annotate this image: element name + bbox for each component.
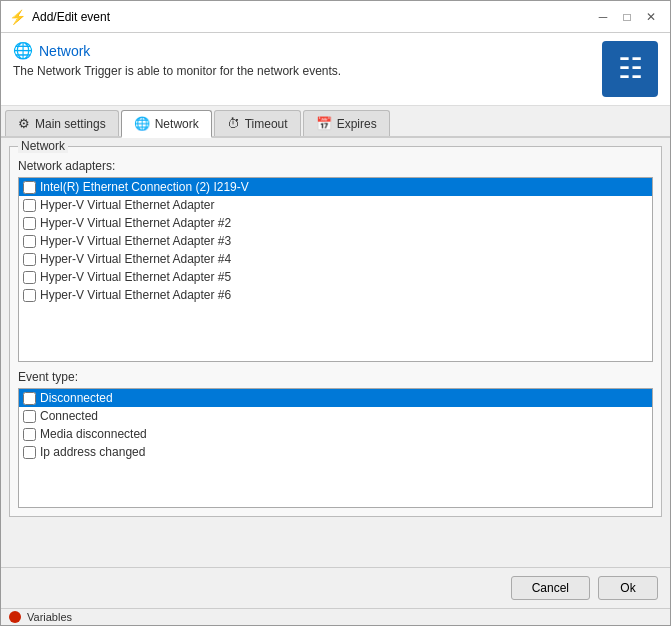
adapters-label: Network adapters: <box>18 159 653 173</box>
event-checkbox-3[interactable] <box>23 446 36 459</box>
adapter-item-3[interactable]: Hyper-V Virtual Ethernet Adapter #3 <box>19 232 652 250</box>
adapter-label-2: Hyper-V Virtual Ethernet Adapter #2 <box>40 216 231 230</box>
title-bar: ⚡ Add/Edit event ─ □ ✕ <box>1 1 670 33</box>
adapter-label-3: Hyper-V Virtual Ethernet Adapter #3 <box>40 234 231 248</box>
window-title: Add/Edit event <box>32 10 110 24</box>
event-type-label: Event type: <box>18 370 653 384</box>
tab-network-label: Network <box>155 117 199 131</box>
event-item-1[interactable]: Connected <box>19 407 652 425</box>
network-group: Network Network adapters: Intel(R) Ether… <box>9 146 662 517</box>
tabs-bar: ⚙ Main settings 🌐 Network ⏱ Timeout 📅 Ex… <box>1 106 670 138</box>
adapter-item-5[interactable]: Hyper-V Virtual Ethernet Adapter #5 <box>19 268 652 286</box>
event-checkbox-0[interactable] <box>23 392 36 405</box>
footer: Cancel Ok <box>1 567 670 608</box>
adapter-label-6: Hyper-V Virtual Ethernet Adapter #6 <box>40 288 231 302</box>
tab-expires-icon: 📅 <box>316 116 332 131</box>
adapter-item-2[interactable]: Hyper-V Virtual Ethernet Adapter #2 <box>19 214 652 232</box>
minimize-button[interactable]: ─ <box>592 6 614 28</box>
ok-button[interactable]: Ok <box>598 576 658 600</box>
event-label-3: Ip address changed <box>40 445 145 459</box>
tab-main-settings[interactable]: ⚙ Main settings <box>5 110 119 136</box>
event-item-3[interactable]: Ip address changed <box>19 443 652 461</box>
header-icon-box: ☷ <box>602 41 658 97</box>
event-checkbox-2[interactable] <box>23 428 36 441</box>
status-bar: Variables <box>1 608 670 625</box>
event-label-1: Connected <box>40 409 98 423</box>
adapter-item-0[interactable]: Intel(R) Ethernet Connection (2) I219-V <box>19 178 652 196</box>
event-label-2: Media disconnected <box>40 427 147 441</box>
maximize-button[interactable]: □ <box>616 6 638 28</box>
tab-expires-label: Expires <box>337 117 377 131</box>
header-title-row: 🌐 Network <box>13 41 341 60</box>
main-window: ⚡ Add/Edit event ─ □ ✕ 🌐 Network The Net… <box>0 0 671 626</box>
event-type-section: Event type: DisconnectedConnectedMedia d… <box>18 370 653 508</box>
event-label-0: Disconnected <box>40 391 113 405</box>
adapter-label-1: Hyper-V Virtual Ethernet Adapter <box>40 198 215 212</box>
header-title-text: Network <box>39 43 90 59</box>
tab-network-icon: 🌐 <box>134 116 150 131</box>
header-left: 🌐 Network The Network Trigger is able to… <box>13 41 341 78</box>
tab-timeout-icon: ⏱ <box>227 116 240 131</box>
network-group-label: Network <box>18 139 68 153</box>
adapter-item-1[interactable]: Hyper-V Virtual Ethernet Adapter <box>19 196 652 214</box>
header-description: The Network Trigger is able to monitor f… <box>13 64 341 78</box>
header-network-icon: 🌐 <box>13 41 33 60</box>
tab-network[interactable]: 🌐 Network <box>121 110 212 138</box>
tab-timeout[interactable]: ⏱ Timeout <box>214 110 301 136</box>
adapter-label-0: Intel(R) Ethernet Connection (2) I219-V <box>40 180 249 194</box>
status-label: Variables <box>27 611 72 623</box>
adapter-checkbox-1[interactable] <box>23 199 36 212</box>
window-icon: ⚡ <box>9 9 26 25</box>
adapter-checkbox-2[interactable] <box>23 217 36 230</box>
event-checkbox-1[interactable] <box>23 410 36 423</box>
tab-main-settings-label: Main settings <box>35 117 106 131</box>
tab-timeout-label: Timeout <box>245 117 288 131</box>
doc-icon: ☷ <box>618 55 643 83</box>
header-section: 🌐 Network The Network Trigger is able to… <box>1 33 670 106</box>
event-types-list[interactable]: DisconnectedConnectedMedia disconnectedI… <box>18 388 653 508</box>
adapter-item-4[interactable]: Hyper-V Virtual Ethernet Adapter #4 <box>19 250 652 268</box>
cancel-button[interactable]: Cancel <box>511 576 590 600</box>
adapters-list[interactable]: Intel(R) Ethernet Connection (2) I219-VH… <box>18 177 653 362</box>
adapter-checkbox-3[interactable] <box>23 235 36 248</box>
title-bar-left: ⚡ Add/Edit event <box>9 9 110 25</box>
main-content: Network Network adapters: Intel(R) Ether… <box>1 138 670 567</box>
adapter-checkbox-6[interactable] <box>23 289 36 302</box>
event-item-2[interactable]: Media disconnected <box>19 425 652 443</box>
adapter-item-6[interactable]: Hyper-V Virtual Ethernet Adapter #6 <box>19 286 652 304</box>
tab-main-settings-icon: ⚙ <box>18 116 30 131</box>
status-icon <box>9 611 21 623</box>
close-button[interactable]: ✕ <box>640 6 662 28</box>
network-group-content: Network adapters: Intel(R) Ethernet Conn… <box>18 151 653 508</box>
title-bar-controls: ─ □ ✕ <box>592 6 662 28</box>
adapter-checkbox-0[interactable] <box>23 181 36 194</box>
event-item-0[interactable]: Disconnected <box>19 389 652 407</box>
adapter-checkbox-4[interactable] <box>23 253 36 266</box>
tab-expires[interactable]: 📅 Expires <box>303 110 390 136</box>
adapter-checkbox-5[interactable] <box>23 271 36 284</box>
adapter-label-5: Hyper-V Virtual Ethernet Adapter #5 <box>40 270 231 284</box>
adapter-label-4: Hyper-V Virtual Ethernet Adapter #4 <box>40 252 231 266</box>
